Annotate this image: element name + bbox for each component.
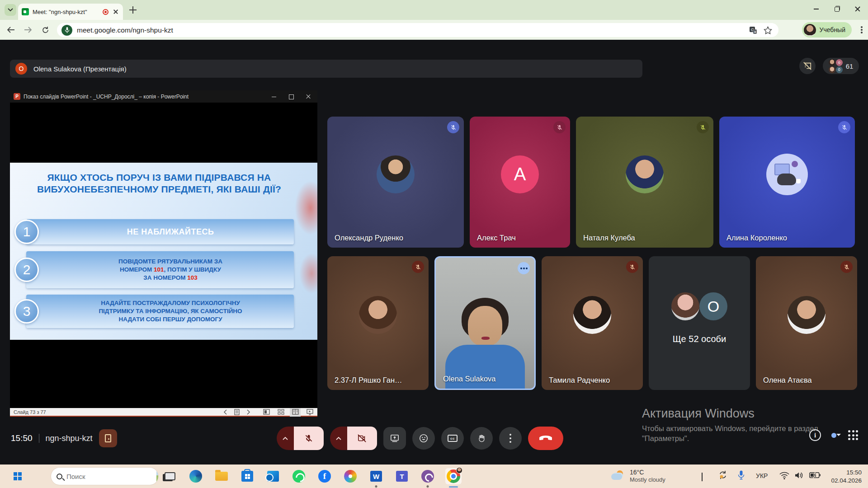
outlook-button[interactable] <box>265 468 281 484</box>
mic-options-button[interactable] <box>277 427 294 450</box>
task-view-button[interactable] <box>162 468 178 484</box>
avatar-initial: A <box>501 155 539 193</box>
participant-tile[interactable]: Олександр Руденко <box>327 117 464 248</box>
meet-panels: i <box>809 429 858 441</box>
camera-options-button[interactable] <box>330 427 347 450</box>
reload-button[interactable] <box>39 23 52 36</box>
participant-name: Алина Короленко <box>726 234 787 242</box>
slide-sorter-view-icon[interactable] <box>277 408 285 415</box>
taskbar-weather[interactable]: 16°C Mostly cloudy <box>611 468 665 483</box>
slideshow-stage: ЯКЩО ХТОСЬ ПОРУЧ ІЗ ВАМИ ПІДІРВАВСЯ НА В… <box>10 103 317 408</box>
battery-tray-button[interactable] <box>809 472 821 479</box>
present-button[interactable] <box>383 427 406 450</box>
ppt-maximize-button[interactable] <box>288 94 294 99</box>
participant-tile[interactable]: Алина Короленко <box>719 117 855 248</box>
address-bar[interactable]: meet.google.com/ngn-shpu-kzt Gя <box>57 23 778 37</box>
point-number: 3 <box>14 299 39 324</box>
captions-button[interactable]: cc <box>441 427 464 450</box>
sync-icon <box>718 470 728 480</box>
meeting-room-button[interactable] <box>99 429 117 447</box>
mic-tray-button[interactable] <box>738 470 745 480</box>
edge-button[interactable] <box>188 468 204 484</box>
kebab-icon <box>509 434 511 443</box>
search-highlight-image[interactable] <box>156 468 158 485</box>
tray-overflow-button[interactable] <box>702 474 703 482</box>
search-input[interactable] <box>66 473 156 480</box>
participant-tile[interactable]: Олена Атаєва <box>756 256 857 390</box>
browser-tab-meet[interactable]: Meet: "ngn-shpu-kzt" <box>18 4 123 20</box>
taskbar-search[interactable] <box>51 468 158 485</box>
language-indicator[interactable]: УКР <box>756 472 768 479</box>
bookmark-star-icon[interactable] <box>764 26 772 34</box>
ppt-minimize-button[interactable] <box>271 94 277 99</box>
task-view-icon <box>165 472 175 480</box>
file-explorer-button[interactable] <box>213 468 230 484</box>
forward-button[interactable] <box>22 23 34 36</box>
taskbar-clock[interactable]: 15:50 02.04.2026 <box>831 469 862 485</box>
participant-tile[interactable]: Наталя Кулеба <box>576 117 713 248</box>
tile-options-button[interactable] <box>518 262 530 274</box>
facebook-button[interactable]: f <box>316 468 333 484</box>
photos-button[interactable] <box>342 468 359 484</box>
mic-muted-icon <box>447 121 459 133</box>
normal-view-icon[interactable] <box>262 408 270 415</box>
previous-slide-icon[interactable] <box>223 409 227 415</box>
participants-counter[interactable]: o 0 61 <box>823 58 859 74</box>
self-video-tile[interactable]: Olena Sulakova <box>434 256 536 390</box>
mic-in-use-icon[interactable] <box>61 25 72 36</box>
activities-grid-icon[interactable] <box>848 430 858 440</box>
microsoft-store-button[interactable] <box>239 468 255 484</box>
mic-toggle-button[interactable] <box>294 427 324 450</box>
window-close-button[interactable] <box>847 0 868 18</box>
window-restore-button[interactable] <box>826 0 847 18</box>
participant-tile[interactable]: 2.37-Л Ряшко Ган… <box>327 256 429 390</box>
powerpoint-titlebar: P Показ слайдів PowerPoint - _UCHP_Дорос… <box>10 90 317 103</box>
window-minimize-button[interactable] <box>806 0 826 18</box>
presenter-banner-label: Olena Sulakova (Презентація) <box>33 65 127 73</box>
avatar <box>788 296 826 334</box>
participant-tile[interactable]: A Алекс Трач <box>470 117 570 248</box>
viber-button[interactable] <box>420 468 436 484</box>
participant-tile[interactable]: Тамила Радченко <box>542 256 643 390</box>
slideshow-view-icon[interactable] <box>306 408 314 415</box>
back-button[interactable] <box>5 23 17 36</box>
overflow-avatar-cluster: O <box>671 292 727 321</box>
stop-presentation-view-button[interactable] <box>799 58 816 74</box>
translate-icon[interactable]: Gя <box>749 26 757 34</box>
reactions-button[interactable] <box>412 427 435 450</box>
meeting-details-button[interactable]: i <box>809 429 821 441</box>
tab-close-button[interactable] <box>112 8 119 15</box>
search-icon <box>57 474 62 479</box>
sync-tray-button[interactable] <box>718 470 728 480</box>
point-1-text: НЕ НАБЛИЖАЙТЕСЬ <box>127 227 214 237</box>
profile-chip[interactable]: Учебный <box>802 22 852 38</box>
end-call-icon <box>539 436 552 441</box>
slide: ЯКЩО ХТОСЬ ПОРУЧ ІЗ ВАМИ ПІДІРВАВСЯ НА В… <box>10 163 317 340</box>
volume-tray-button[interactable] <box>794 471 804 479</box>
powerpoint-window-title: Показ слайдів PowerPoint - _UCHP_Дорослі… <box>24 94 268 100</box>
browser-menu-button[interactable] <box>861 26 863 33</box>
reading-view-icon[interactable] <box>291 408 299 415</box>
wifi-tray-button[interactable] <box>779 472 789 479</box>
participant-mini-avatar <box>829 66 835 73</box>
more-participants-tile[interactable]: O Ще 52 особи <box>649 256 750 390</box>
ppt-close-button[interactable] <box>306 94 311 99</box>
word-button[interactable]: W <box>368 468 384 484</box>
browser-toolbar: meet.google.com/ngn-shpu-kzt Gя Учебный <box>0 20 868 40</box>
next-slide-icon[interactable] <box>247 409 250 415</box>
annotate-menu-icon[interactable] <box>234 409 240 415</box>
whatsapp-button[interactable] <box>291 468 307 484</box>
new-tab-button[interactable] <box>128 5 137 14</box>
tab-search-button[interactable] <box>5 4 16 16</box>
teams-button[interactable]: T <box>394 468 410 484</box>
participants-count: 61 <box>846 62 854 70</box>
point-2-text: ПОВІДОМТЕ РЯТУВАЛЬНИКАМ ЗА НОМЕРОМ 101, … <box>118 258 222 282</box>
screen: Meet: "ngn-shpu-kzt" meet.google.com/ngn… <box>0 0 868 488</box>
chrome-button[interactable] <box>445 468 462 484</box>
camera-toggle-button[interactable] <box>347 427 377 450</box>
end-call-button[interactable] <box>528 427 563 450</box>
url-text[interactable]: meet.google.com/ngn-shpu-kzt <box>77 26 749 34</box>
start-button[interactable] <box>14 472 22 480</box>
more-options-button[interactable] <box>499 427 522 450</box>
raise-hand-button[interactable] <box>470 427 493 450</box>
